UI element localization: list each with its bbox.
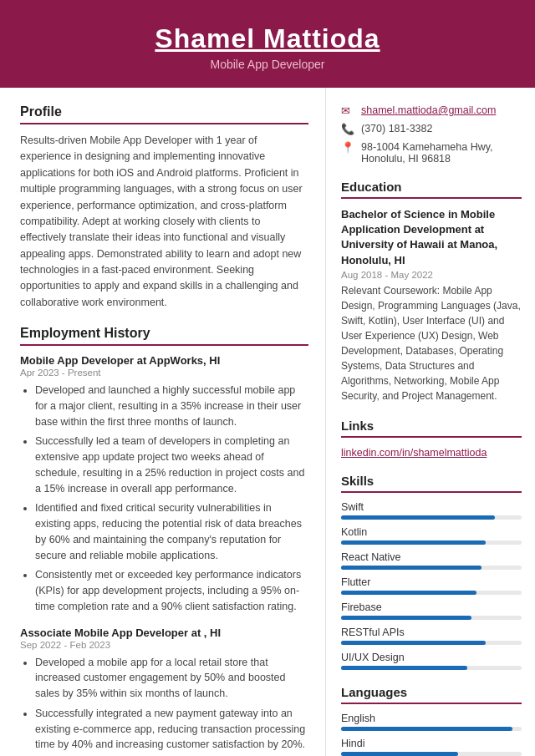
skill-react-native-bar-fill <box>341 566 482 570</box>
links-title: Links <box>341 419 522 438</box>
skill-kotlin-bar-bg <box>341 540 522 545</box>
links-section: Links linkedin.com/in/shamelmattioda <box>341 419 522 459</box>
employment-section: Employment History Mobile App Developer … <box>20 326 308 756</box>
skill-swift-label: Swift <box>341 501 522 513</box>
right-column: ✉ shamel.mattioda@gmail.com 📞 (370) 181-… <box>326 88 535 756</box>
job-1-bullet-2: Successfully led a team of developers in… <box>35 434 308 496</box>
main-layout: Profile Results-driven Mobile App Develo… <box>0 88 535 756</box>
education-title: Education <box>341 180 522 199</box>
job-2: Associate Mobile App Developer at , HI S… <box>20 627 308 756</box>
profile-text: Results-driven Mobile App Developer with… <box>20 133 308 311</box>
job-2-dates: Sep 2022 - Feb 2023 <box>20 640 308 650</box>
location-icon: 📍 <box>341 141 356 154</box>
skill-restful-label: RESTful APIs <box>341 627 522 638</box>
skill-flutter-bar-bg <box>341 591 522 595</box>
job-2-title: Associate Mobile App Developer at , HI <box>20 627 308 639</box>
skill-firebase-label: Firebase <box>341 601 522 613</box>
skill-uiux: UI/UX Design <box>341 652 522 670</box>
edu-description: Relevant Coursework: Mobile App Design, … <box>341 283 522 403</box>
profile-section: Profile Results-driven Mobile App Develo… <box>20 104 308 311</box>
skill-swift: Swift <box>341 501 522 520</box>
lang-hindi: Hindi <box>341 738 522 756</box>
left-column: Profile Results-driven Mobile App Develo… <box>0 88 326 756</box>
languages-section: Languages English Hindi <box>341 685 522 756</box>
skill-restful-bar-fill <box>341 641 486 645</box>
skill-swift-bar-bg <box>341 515 522 520</box>
lang-english: English <box>341 713 522 731</box>
skills-title: Skills <box>341 474 522 493</box>
contact-phone: 📞 (370) 181-3382 <box>341 123 522 135</box>
skills-section: Skills Swift Kotlin React Native <box>341 474 522 670</box>
job-2-bullets: Developed a mobile app for a local retai… <box>20 655 308 756</box>
skill-flutter-label: Flutter <box>341 576 522 588</box>
skill-react-native-bar-bg <box>341 566 522 570</box>
lang-hindi-bar-fill <box>341 752 458 756</box>
skill-kotlin-label: Kotlin <box>341 526 522 538</box>
job-1-bullet-1: Developed and launched a highly successf… <box>35 383 308 429</box>
edu-degree: Bachelor of Science in Mobile Applicatio… <box>341 207 522 268</box>
skill-uiux-bar-fill <box>341 666 467 670</box>
job-1-title: Mobile App Developer at AppWorks, HI <box>20 354 308 367</box>
email-link[interactable]: shamel.mattioda@gmail.com <box>361 104 496 116</box>
job-1-dates: Apr 2023 - Present <box>20 368 308 378</box>
edu-dates: Aug 2018 - May 2022 <box>341 270 522 280</box>
job-1: Mobile App Developer at AppWorks, HI Apr… <box>20 354 308 615</box>
linkedin-link[interactable]: linkedin.com/in/shamelmattioda <box>341 447 487 459</box>
job-subtitle: Mobile App Developer <box>17 58 518 71</box>
job-2-bullet-2: Successfully integrated a new payment ga… <box>35 706 308 753</box>
job-1-bullets: Developed and launched a highly successf… <box>20 383 308 615</box>
header: Shamel Mattioda Mobile App Developer <box>0 0 535 88</box>
name-last-underline: Mattioda <box>263 23 380 53</box>
contact-address: 📍 98-1004 Kamehameha Hwy, Honolulu, HI 9… <box>341 141 522 165</box>
profile-title: Profile <box>20 104 308 124</box>
skill-firebase-bar-fill <box>341 616 471 620</box>
skill-firebase-bar-bg <box>341 616 522 620</box>
skill-kotlin-bar-fill <box>341 540 486 545</box>
job-1-bullet-4: Consistently met or exceeded key perform… <box>35 567 308 614</box>
languages-title: Languages <box>341 685 522 704</box>
skill-restful: RESTful APIs <box>341 627 522 645</box>
job-1-bullet-3: Identified and fixed critical security v… <box>35 500 308 563</box>
skill-uiux-label: UI/UX Design <box>341 652 522 663</box>
phone-number: (370) 181-3382 <box>361 123 432 134</box>
education-section: Education Bachelor of Science in Mobile … <box>341 180 522 403</box>
skill-flutter: Flutter <box>341 576 522 595</box>
lang-hindi-label: Hindi <box>341 738 522 749</box>
contact-email: ✉ shamel.mattioda@gmail.com <box>341 104 522 117</box>
lang-english-label: English <box>341 713 522 724</box>
skill-react-native-label: React Native <box>341 551 522 563</box>
employment-title: Employment History <box>20 326 308 346</box>
contact-section: ✉ shamel.mattioda@gmail.com 📞 (370) 181-… <box>341 104 522 165</box>
email-icon: ✉ <box>341 104 356 117</box>
skill-react-native: React Native <box>341 551 522 570</box>
skill-uiux-bar-bg <box>341 666 522 670</box>
lang-english-bar-bg <box>341 727 522 731</box>
skill-kotlin: Kotlin <box>341 526 522 545</box>
address-text: 98-1004 Kamehameha Hwy, Honolulu, HI 968… <box>361 141 493 165</box>
phone-icon: 📞 <box>341 123 356 135</box>
skill-swift-bar-fill <box>341 515 495 520</box>
lang-english-bar-fill <box>341 727 512 731</box>
skill-restful-bar-bg <box>341 641 522 645</box>
job-2-bullet-1: Developed a mobile app for a local retai… <box>35 655 308 702</box>
lang-hindi-bar-bg <box>341 752 522 756</box>
name-first: Shamel <box>155 23 263 53</box>
skill-firebase: Firebase <box>341 601 522 620</box>
skill-flutter-bar-fill <box>341 591 476 595</box>
full-name: Shamel Mattioda <box>17 23 518 54</box>
